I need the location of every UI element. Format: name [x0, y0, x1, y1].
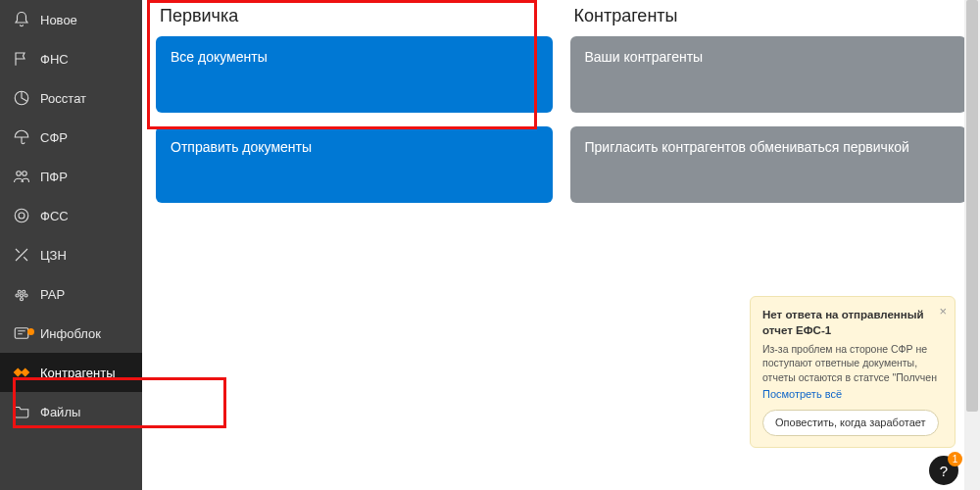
toast-title: Нет ответа на отправленный отчет ЕФС-1	[762, 308, 943, 338]
svg-point-4	[19, 213, 24, 219]
card-label: Все документы	[171, 49, 268, 65]
sidebar-item-label: Новое	[40, 13, 77, 27]
svg-point-5	[18, 290, 21, 293]
card-label: Отправить документы	[171, 139, 312, 155]
help-badge: 1	[948, 452, 962, 466]
sidebar-item-pfr[interactable]: ПФР	[0, 157, 142, 196]
sidebar-item-label: РАР	[40, 287, 65, 302]
svg-rect-11	[15, 328, 28, 339]
svg-point-7	[21, 294, 24, 297]
help-button[interactable]: ? 1	[929, 456, 958, 485]
help-glyph: ?	[940, 463, 948, 479]
sidebar-item-fss[interactable]: ФСС	[0, 196, 142, 235]
target-icon	[13, 207, 30, 224]
card-label: Ваши контрагенты	[585, 49, 704, 65]
card-all-documents[interactable]: Все документы	[156, 36, 553, 113]
column-contragents: Контрагенты Ваши контрагенты Пригласить …	[570, 6, 967, 217]
grapes-icon	[13, 285, 30, 303]
sidebar-item-contragents[interactable]: Контрагенты	[0, 353, 142, 392]
card-your-contragents[interactable]: Ваши контрагенты	[570, 36, 967, 113]
app-root: Новое ФНС Росстат СФР ПФР ФСС ЦЗН	[0, 0, 980, 490]
toast-body: Из-за проблем на стороне СФР не поступаю…	[762, 342, 943, 381]
card-invite-contragents[interactable]: Пригласить контрагентов обмениваться пер…	[570, 126, 967, 203]
sidebar-item-label: Контрагенты	[40, 366, 116, 380]
umbrella-icon	[13, 128, 30, 146]
notification-dot	[27, 328, 34, 335]
sidebar-item-label: Инфоблок	[40, 326, 101, 341]
scrollbar-track[interactable]	[964, 0, 980, 490]
sidebar-item-label: ФСС	[40, 209, 69, 223]
sidebar-item-label: ФНС	[40, 52, 69, 67]
flag-icon	[13, 50, 30, 68]
svg-point-3	[15, 209, 28, 222]
scrollbar-thumb[interactable]	[966, 0, 978, 412]
notification-toast: × Нет ответа на отправленный отчет ЕФС-1…	[750, 296, 956, 448]
column-title-contragents: Контрагенты	[570, 6, 967, 26]
svg-point-1	[17, 172, 22, 176]
card-label: Пригласить контрагентов обмениваться пер…	[585, 139, 909, 155]
column-title-pervichka: Первичка	[156, 6, 553, 26]
svg-point-8	[16, 294, 19, 297]
sidebar-item-label: Файлы	[40, 405, 80, 419]
sidebar-item-czn[interactable]: ЦЗН	[0, 235, 142, 274]
sidebar-item-new[interactable]: Новое	[0, 0, 142, 39]
sidebar-item-infoblock[interactable]: Инфоблок	[0, 314, 142, 353]
svg-point-10	[21, 298, 24, 301]
sidebar-item-label: ЦЗН	[40, 248, 67, 263]
svg-point-2	[23, 172, 27, 176]
sidebar-item-label: СФР	[40, 130, 68, 145]
toast-view-all-link[interactable]: Посмотреть всё	[762, 387, 842, 402]
columns: Первичка Все документы Отправить докумен…	[156, 6, 966, 217]
toast-close-button[interactable]: ×	[939, 303, 947, 320]
sidebar-item-sfr[interactable]: СФР	[0, 118, 142, 157]
svg-point-6	[23, 290, 25, 293]
card-send-documents[interactable]: Отправить документы	[156, 126, 553, 203]
newspaper-icon	[13, 324, 30, 342]
toast-notify-button[interactable]: Оповестить, когда заработает	[762, 410, 939, 436]
sidebar-item-fns[interactable]: ФНС	[0, 39, 142, 78]
column-pervichka: Первичка Все документы Отправить докумен…	[156, 6, 553, 217]
tools-icon	[13, 246, 30, 264]
sidebar-item-files[interactable]: Файлы	[0, 392, 142, 431]
sidebar-item-rosstat[interactable]: Росстат	[0, 78, 142, 118]
sidebar-item-label: Росстат	[40, 91, 86, 106]
people-icon	[13, 168, 30, 185]
sidebar-item-rar[interactable]: РАР	[0, 274, 142, 314]
sidebar: Новое ФНС Росстат СФР ПФР ФСС ЦЗН	[0, 0, 142, 490]
sidebar-item-label: ПФР	[40, 170, 68, 184]
folder-icon	[13, 403, 30, 420]
pie-chart-icon	[13, 89, 30, 107]
svg-point-9	[24, 294, 27, 297]
handshake-icon	[13, 364, 30, 381]
bell-icon	[13, 11, 30, 28]
